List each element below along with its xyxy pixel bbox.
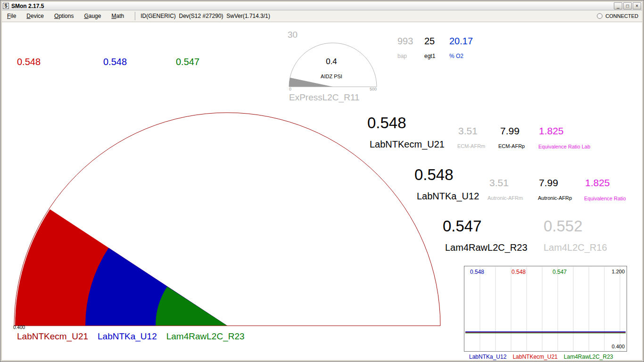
- chart-value-blue: 0.548: [470, 269, 484, 275]
- menu-options[interactable]: Options: [49, 11, 79, 21]
- chart-legend-labntkecm: LabNTKecm_U21: [512, 354, 557, 360]
- legend-lam4raw: Lam4RawL2C_R23: [166, 331, 245, 342]
- legend-labntka: LabNTKa_U12: [98, 331, 157, 342]
- app-icon: S: [3, 3, 9, 9]
- window-title: SMon 2.17.5: [11, 3, 44, 9]
- connection-status: CONNECTED: [597, 13, 638, 19]
- top-value-blue: 0.548: [103, 57, 127, 67]
- chart-scale-max: 1.200: [611, 269, 625, 274]
- chart-legend-labntka: LabNTKa_U12: [469, 354, 506, 360]
- chart-scale-min: 0.400: [611, 344, 625, 349]
- menubar: File Device Options Gauge Math ID(GENERI…: [2, 10, 642, 22]
- o2-label: % O2: [449, 53, 473, 59]
- strip-chart[interactable]: 0.548 0.548 0.547 1.200 0.400: [464, 266, 627, 352]
- menu-gauge[interactable]: Gauge: [79, 11, 106, 21]
- chart-value-green: 0.547: [553, 269, 567, 275]
- chart-legend-lam4raw: Lam4RawL2C_R23: [564, 354, 613, 360]
- big-gauge-scale-min: 0.400: [13, 325, 25, 330]
- connection-indicator-icon: [597, 13, 603, 19]
- big-gauge-legend: LabNTKecm_U21 LabNTKa_U12 Lam4RawL2C_R23: [17, 331, 245, 342]
- caption-buttons: _ □ ×: [614, 2, 641, 9]
- egt1-value: 25: [424, 36, 435, 46]
- small-gauge-scale-max: 500: [370, 87, 377, 91]
- legend-labntkecm: LabNTKecm_U21: [17, 331, 88, 342]
- aux-o2: 20.17 % O2: [449, 36, 473, 59]
- minimize-button[interactable]: _: [614, 2, 622, 9]
- equiv-ratio-label: Equivalence Ratio: [584, 196, 626, 201]
- maximize-button[interactable]: □: [623, 2, 632, 9]
- aux-bap: 993 bap: [397, 36, 413, 59]
- menu-separator: [135, 12, 136, 20]
- titlebar: S SMon 2.17.5 _ □ ×: [2, 2, 642, 10]
- menu-file[interactable]: File: [2, 11, 21, 21]
- chart-value-red: 0.548: [512, 269, 526, 275]
- bap-value: 993: [397, 36, 413, 46]
- connection-status-label: CONNECTED: [605, 13, 638, 19]
- small-gauge-name: ExPressL2C_R11: [289, 92, 360, 103]
- small-gauge[interactable]: 0.4 AIDZ PSI 0 500: [283, 41, 382, 93]
- strip-chart-legend: LabNTKa_U12 LabNTKecm_U21 Lam4RawL2C_R23: [469, 354, 613, 360]
- small-gauge-units: AIDZ PSI: [321, 74, 342, 79]
- bap-label: bap: [397, 53, 413, 59]
- strip-chart-plot: [464, 266, 627, 351]
- menu-math[interactable]: Math: [106, 11, 129, 21]
- device-info-text: ID(GENERIC) Dev(S12 #27290) SwVer(1.714.…: [140, 13, 270, 19]
- egt1-label: egt1: [424, 53, 435, 59]
- menu-device[interactable]: Device: [21, 11, 49, 21]
- small-gauge-value: 0.4: [326, 57, 337, 66]
- close-button[interactable]: ×: [633, 2, 641, 9]
- app-window: S SMon 2.17.5 _ □ × File Device Options …: [0, 0, 644, 362]
- top-value-green: 0.547: [176, 57, 199, 67]
- small-gauge-peak-value: 30: [288, 30, 297, 40]
- small-gauge-scale-min: 0: [289, 87, 291, 91]
- top-value-red: 0.548: [17, 57, 41, 67]
- o2-value: 20.17: [449, 36, 473, 46]
- aux-egt1: 25 egt1: [424, 36, 435, 59]
